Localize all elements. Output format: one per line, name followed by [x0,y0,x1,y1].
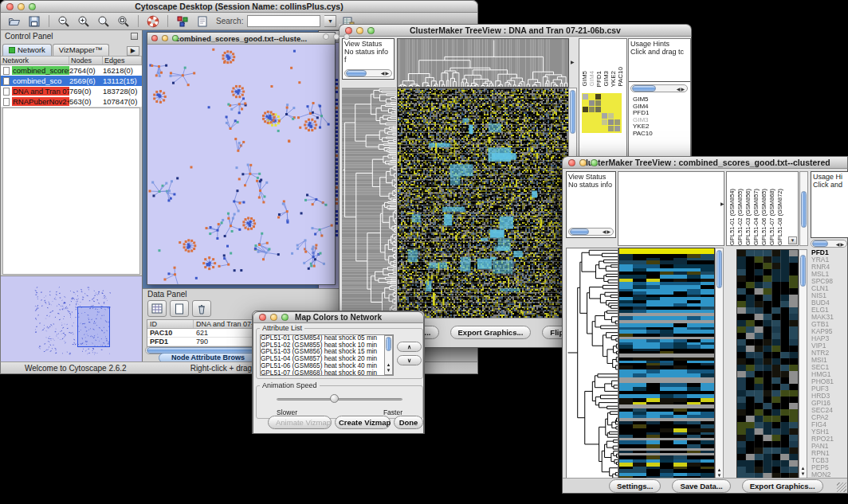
column-label[interactable]: GPL51-01 (GSM854) [729,189,736,245]
float-panel-icon[interactable] [131,33,138,40]
tv1-col-dendrogram[interactable] [397,38,569,88]
treeview-dna-titlebar[interactable]: ClusterMaker TreeView : DNA and Tran 07-… [339,24,692,37]
resize-grip[interactable] [837,483,846,492]
column-label[interactable]: GPL51-02 (GSM855) [737,189,744,245]
scrollbar-arrows-icon[interactable]: ◀▶ [836,241,846,247]
overview-canvas[interactable] [1,276,141,361]
column-header-network[interactable]: Network [1,57,69,64]
zoom-button[interactable] [591,159,598,166]
status-hscrollbar[interactable]: ◀▶ [568,228,614,236]
delete-attribute-button[interactable] [192,300,211,317]
node-attribute-browser-tab[interactable]: Node Attribute Brows [159,353,257,361]
hints-hscrollbar[interactable]: ◀▶ [630,84,688,92]
minimize-button[interactable] [333,33,340,40]
done-button[interactable]: Done [394,416,423,429]
column-label[interactable]: GPL51-04 (GSM857) [753,189,760,245]
column-label[interactable]: GIM4 [589,71,595,87]
scrollbar-arrows-icon[interactable]: ◀▶ [603,228,613,236]
scrollbar-arrows-icon[interactable]: ▲▼ [799,466,807,477]
move-down-button[interactable]: ∨ [397,355,422,365]
column-label[interactable]: GPL51-08 (GSM872) [777,189,783,245]
column-header-id[interactable]: ID [147,320,194,328]
save-session-icon[interactable] [26,14,42,29]
window-controls[interactable] [568,159,598,166]
scrollbar-thumb[interactable] [716,250,722,288]
network-row[interactable]: RNAPuberNov2+ 563(0) 107847(0) [1,96,142,107]
open-session-icon[interactable] [6,14,22,29]
network-row[interactable]: combined_scores 2764(0) 16218(0) [1,65,142,76]
column-label[interactable]: GPL51-07 (GSM868) [769,189,775,245]
vizmapper-icon[interactable] [175,14,190,29]
zoom-button[interactable] [367,27,375,34]
zoom-button[interactable] [344,33,350,40]
close-button[interactable] [345,27,352,34]
column-header-nodes[interactable]: Nodes [69,57,103,64]
help-lifering-icon[interactable] [145,14,161,29]
scrollbar-thumb[interactable] [570,90,575,134]
create-vizmap-button[interactable]: Create Vizmap [335,416,391,429]
attribute-list[interactable]: GPL51-01 (GSM854) heat shock 05 minGPL51… [260,334,394,376]
tv1-heatmap[interactable] [397,88,569,318]
minimize-button[interactable] [579,159,587,166]
close-button[interactable] [151,35,158,41]
window-controls[interactable] [6,3,36,10]
column-header-edges[interactable]: Edges [103,57,142,64]
scrollbar-thumb[interactable] [812,240,828,247]
zoom-button[interactable] [29,3,36,10]
tab-network[interactable]: Network [2,44,52,56]
scrollbar-thumb[interactable] [386,337,391,351]
dialog-titlebar[interactable]: Map Colors to Network [253,311,424,323]
window-controls[interactable] [345,27,375,34]
treeview-combined-titlebar[interactable]: ClusterMaker TreeView : combined_scores_… [562,156,848,169]
tv2-col-dendrogram-area[interactable] [618,171,724,246]
attribute-item[interactable]: GPL51-07 (GSM868) heat shock 60 min [261,370,393,376]
animate-vizmap-button[interactable]: Animate Vizmap [268,416,332,429]
column-label[interactable]: GIM5 [582,71,588,87]
tv2-heatmap[interactable] [618,248,715,480]
tv2-zoom-vscrollbar[interactable]: ▲▼ [799,249,807,479]
treeview-button[interactable]: Export Graphics... [742,479,823,493]
window-controls[interactable] [323,33,350,40]
zoom-out-icon[interactable] [56,14,72,29]
network-window-titlebar[interactable]: combined_scores_good.txt--cluste... [147,33,335,45]
scrollbar-thumb[interactable] [800,255,806,287]
tv2-labels-vscrollbar[interactable] [799,171,808,246]
tv2-zoom-heatmap[interactable] [736,249,799,479]
scrollbar-arrows-icon[interactable]: ▲▼ [385,362,392,373]
treeview-button[interactable]: Settings... [609,479,661,493]
zoom-button[interactable] [281,314,289,321]
annotation-icon[interactable] [194,14,210,29]
close-button[interactable] [568,159,575,166]
move-up-button[interactable]: ∧ [397,342,422,352]
close-button[interactable] [259,314,266,321]
splitter-arrow-icon[interactable]: ▶ [720,201,724,206]
search-input[interactable] [247,15,320,27]
hints-hscrollbar[interactable]: ◀▶ [811,240,847,248]
splitter-arrow-icon[interactable]: ▶ [571,59,575,64]
column-label[interactable]: PAC10 [618,67,624,87]
scrollbar-thumb[interactable] [346,70,367,76]
scrollbar-thumb[interactable] [801,191,807,228]
tv2-row-dendrogram[interactable] [566,248,618,480]
tab-overflow-button[interactable]: ▶ [127,46,139,56]
attribute-list-vscrollbar[interactable]: ▲▼ [384,335,393,375]
minimize-button[interactable] [356,27,363,34]
scrollbar-arrows-icon[interactable]: ◀▶ [381,69,391,77]
network-view-window[interactable]: combined_scores_good.txt--cluste... [147,32,336,285]
minimize-button[interactable] [270,314,277,321]
main-titlebar[interactable]: Cytoscape Desktop (Session Name: collins… [0,0,478,13]
speed-slider-thumb[interactable] [330,394,339,403]
create-attribute-button[interactable] [170,300,189,317]
window-controls[interactable] [259,314,289,321]
treeview-button[interactable]: Export Graphics... [450,326,532,339]
close-button[interactable] [6,3,14,10]
column-label[interactable]: GIM3 [603,71,610,87]
birdseye-view[interactable] [1,275,142,361]
select-attributes-button[interactable] [147,300,167,317]
network-row[interactable]: combined_sco 2569(6) 13112(15) [1,76,142,86]
network-canvas[interactable] [147,45,335,284]
window-controls[interactable] [151,35,179,41]
gene-label[interactable]: PAC10 [633,131,687,138]
scrollbar-arrows-icon[interactable]: ◀▶ [677,86,687,92]
minimize-button[interactable] [18,3,25,10]
